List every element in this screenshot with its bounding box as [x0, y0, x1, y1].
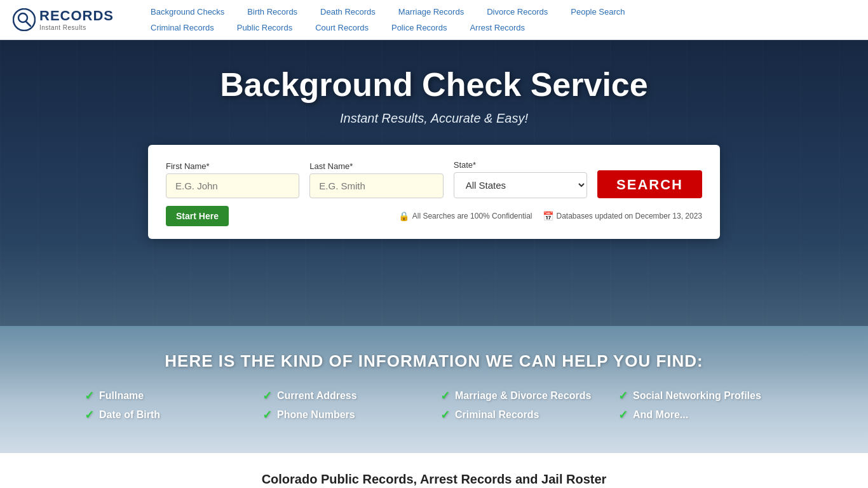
confidential-text: All Searches are 100% Confidential: [412, 212, 532, 220]
state-label: State*: [454, 160, 587, 170]
info-item: ✓Fullname: [85, 389, 250, 403]
first-name-input[interactable]: [166, 173, 299, 198]
info-item: ✓Social Networking Profiles: [618, 389, 783, 403]
info-item-label: Social Networking Profiles: [633, 390, 761, 402]
info-item-label: Phone Numbers: [277, 409, 355, 421]
nav-court-records[interactable]: Court Records: [304, 21, 380, 34]
last-name-input[interactable]: [309, 173, 443, 198]
first-name-group: First Name*: [166, 161, 299, 198]
search-fields: First Name* Last Name* State* All States…: [166, 160, 702, 198]
lock-icon: 🔒: [398, 211, 409, 221]
nav-people-search[interactable]: People Search: [559, 5, 636, 18]
check-icon: ✓: [618, 408, 628, 422]
nav-divorce-records[interactable]: Divorce Records: [475, 5, 559, 18]
db-update-text: Databases updated on December 13, 2023: [557, 212, 703, 220]
info-item: ✓And More...: [618, 408, 783, 422]
nav-criminal-records[interactable]: Criminal Records: [139, 21, 226, 34]
header: RECORDS Instant Results Background Check…: [0, 0, 868, 40]
db-update-note: 📅 Databases updated on December 13, 2023: [543, 211, 703, 221]
last-name-group: Last Name*: [309, 161, 443, 198]
nav-marriage-records[interactable]: Marriage Records: [387, 5, 475, 18]
info-item: ✓Date of Birth: [85, 408, 250, 422]
check-icon: ✓: [262, 408, 272, 422]
nav-police-records[interactable]: Police Records: [380, 21, 458, 34]
state-group: State* All StatesAlabamaAlaskaArizonaArk…: [454, 160, 587, 198]
info-item-label: Marriage & Divorce Records: [455, 390, 591, 402]
check-icon: ✓: [85, 408, 94, 422]
check-icon: ✓: [85, 389, 94, 403]
search-button[interactable]: SEARCH: [597, 170, 702, 198]
logo-icon: [13, 8, 36, 31]
nav-row-1: Background ChecksBirth RecordsDeath Reco…: [139, 5, 855, 18]
navigation: Background ChecksBirth RecordsDeath Reco…: [139, 5, 855, 34]
info-grid: ✓Fullname✓Current Address✓Marriage & Div…: [85, 389, 783, 422]
nav-background-checks[interactable]: Background Checks: [139, 5, 236, 18]
logo-tagline: Instant Results: [39, 24, 114, 31]
content-section: Colorado Public Records, Arrest Records …: [0, 453, 868, 488]
info-item-label: Date of Birth: [99, 409, 160, 421]
content-title: Colorado Public Records, Arrest Records …: [127, 472, 741, 487]
nav-row-2: Criminal RecordsPublic RecordsCourt Reco…: [139, 21, 855, 34]
check-icon: ✓: [262, 389, 272, 403]
hero-title: Background Check Service: [220, 65, 648, 104]
hero-subtitle: Instant Results, Accurate & Easy!: [340, 111, 528, 126]
search-notes: 🔒 All Searches are 100% Confidential 📅 D…: [398, 211, 702, 221]
info-item-label: Fullname: [99, 390, 144, 402]
search-footer: Start Here 🔒 All Searches are 100% Confi…: [166, 206, 702, 226]
nav-birth-records[interactable]: Birth Records: [236, 5, 309, 18]
info-item: ✓Phone Numbers: [262, 408, 428, 422]
nav-public-records[interactable]: Public Records: [226, 21, 304, 34]
first-name-label: First Name*: [166, 161, 299, 171]
nav-death-records[interactable]: Death Records: [309, 5, 387, 18]
logo-records-text: RECORDS: [39, 8, 114, 24]
state-select[interactable]: All StatesAlabamaAlaskaArizonaArkansasCa…: [454, 172, 587, 198]
check-icon: ✓: [440, 408, 450, 422]
last-name-label: Last Name*: [309, 161, 443, 171]
info-section: HERE IS THE KIND OF INFORMATION WE CAN H…: [0, 326, 868, 453]
info-item-label: And More...: [633, 409, 688, 421]
info-item: ✓Marriage & Divorce Records: [440, 389, 606, 403]
logo[interactable]: RECORDS Instant Results: [13, 8, 114, 31]
svg-line-2: [26, 22, 31, 26]
info-item: ✓Criminal Records: [440, 408, 606, 422]
info-item-label: Criminal Records: [455, 409, 539, 421]
confidential-note: 🔒 All Searches are 100% Confidential: [398, 211, 532, 221]
logo-text: RECORDS Instant Results: [39, 8, 114, 30]
info-item-label: Current Address: [277, 390, 357, 402]
check-icon: ✓: [618, 389, 628, 403]
check-icon: ✓: [440, 389, 450, 403]
svg-point-0: [13, 9, 35, 30]
calendar-icon: 📅: [543, 211, 553, 221]
hero-section: Background Check Service Instant Results…: [0, 40, 868, 326]
info-title: HERE IS THE KIND OF INFORMATION WE CAN H…: [38, 351, 830, 371]
info-item: ✓Current Address: [262, 389, 428, 403]
start-here-button[interactable]: Start Here: [166, 206, 229, 226]
search-box: First Name* Last Name* State* All States…: [148, 145, 720, 239]
nav-arrest-records[interactable]: Arrest Records: [458, 21, 536, 34]
